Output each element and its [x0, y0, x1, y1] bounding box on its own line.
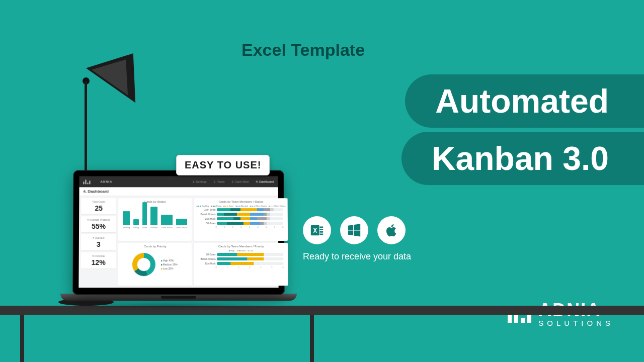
- kpi-label: % Overdue: [84, 254, 114, 257]
- svg-rect-3: [320, 231, 324, 233]
- chart-cards-by-status: Cards by Status BacklogDoingDoneBlockedO…: [118, 198, 192, 241]
- svg-rect-1: [320, 227, 324, 228]
- title-line-1: Automated: [405, 74, 644, 128]
- legend-item: Medium: [237, 249, 246, 252]
- title-line-2: Kanban 3.0: [401, 132, 644, 185]
- chart-title: Cards by Priority: [121, 245, 190, 248]
- legend-item: Low: [248, 249, 253, 252]
- chart-title: Cards by Team Members / Priority: [196, 245, 285, 248]
- platform-icon-row: [303, 216, 406, 244]
- excel-icon: [303, 216, 331, 244]
- kpi-value: 3: [84, 240, 114, 248]
- tab-dashboard: 4. Dashboard: [256, 180, 274, 183]
- donut-chart: [132, 253, 155, 276]
- dashboard-screenshot: ADNIA 1. Settings 2. Tasks 3. Card View …: [78, 176, 278, 288]
- brand-mini-text: ADNIA: [100, 180, 112, 183]
- dashboard-topbar: ADNIA 1. Settings 2. Tasks 3. Card View …: [79, 176, 278, 187]
- kpi-label: # Overdue: [84, 236, 114, 239]
- kpi-overdue-count: # Overdue 3: [81, 234, 116, 250]
- chart-team-priority: Cards by Team Members / Priority High Me…: [194, 243, 288, 286]
- tab-settings: 1. Settings: [192, 180, 206, 183]
- brand-subtitle: SOLUTIONS: [538, 319, 614, 327]
- desk-leg: [310, 315, 314, 362]
- eyebrow-text: Excel Template: [242, 40, 365, 60]
- kpi-value: 55%: [84, 222, 114, 230]
- dashboard-page-title: 4. Dashboard: [79, 187, 278, 196]
- tab-card-view: 3. Card View: [231, 180, 249, 183]
- kpi-value: 25: [84, 204, 114, 212]
- brand-mini-icon: [84, 179, 91, 184]
- kpi-column: Total Cards 25 % Average Progress 55% # …: [80, 198, 116, 286]
- chart-team-status: Cards by Team Members / Status ■ Backlog…: [194, 198, 288, 241]
- chart-title: Cards by Status: [121, 200, 189, 203]
- kpi-avg-progress: % Average Progress 55%: [81, 216, 116, 232]
- tab-tasks: 2. Tasks: [214, 180, 225, 183]
- desk-leg: [20, 315, 24, 362]
- apple-icon: [377, 216, 406, 244]
- kpi-overdue-pct: % Overdue 12%: [81, 252, 116, 268]
- kpi-label: Total Cards: [84, 200, 114, 203]
- easy-to-use-badge: EASY TO USE!: [176, 155, 270, 175]
- svg-rect-2: [320, 229, 324, 230]
- kpi-total-cards: Total Cards 25: [81, 198, 116, 214]
- legend-item: High: [229, 249, 235, 252]
- chart-cards-by-priority: Cards by Priority ■ High 45%■ Medium 20%…: [118, 243, 192, 286]
- kpi-label: % Average Progress: [84, 218, 114, 221]
- chart-title: Cards by Team Members / Status: [196, 200, 285, 203]
- kpi-value: 12%: [84, 258, 114, 266]
- svg-rect-4: [320, 234, 324, 235]
- windows-icon: [340, 216, 368, 244]
- platform-caption: Ready to receive your data: [303, 251, 411, 262]
- laptop-mockup: ADNIA 1. Settings 2. Tasks 3. Card View …: [60, 170, 297, 310]
